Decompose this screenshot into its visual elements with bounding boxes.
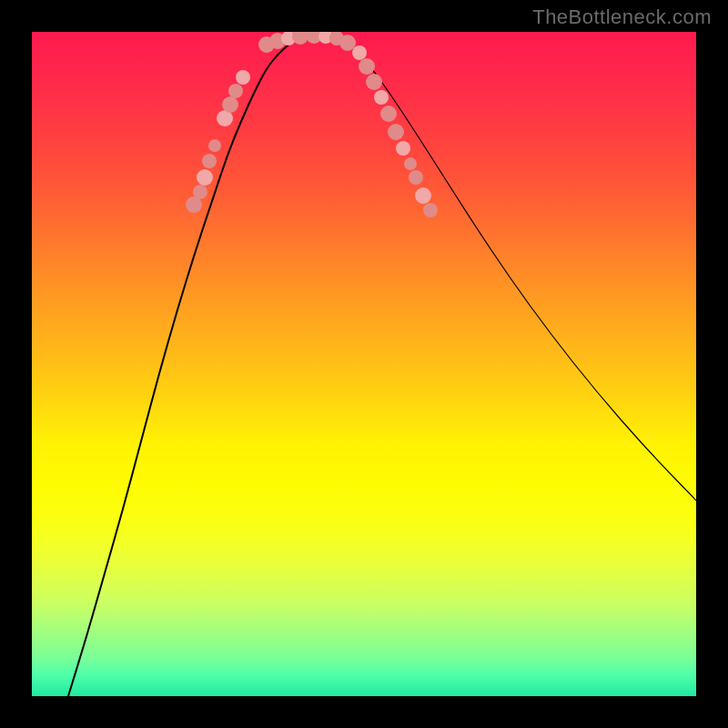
scatter-point [409, 170, 423, 185]
scatter-point [388, 124, 404, 140]
scatter-point [359, 58, 375, 75]
scatter-point [339, 35, 356, 51]
scatter-points [186, 32, 438, 217]
scatter-point [208, 139, 221, 152]
scatter-point [380, 106, 397, 122]
chart-svg [32, 32, 696, 696]
scatter-point [197, 169, 213, 186]
scatter-point [193, 185, 207, 199]
chart-plot-area [32, 32, 696, 696]
scatter-point [423, 203, 438, 217]
scatter-point [374, 90, 389, 105]
scatter-point [396, 141, 410, 156]
scatter-point [222, 96, 238, 113]
scatter-point [415, 187, 431, 204]
right-curve-line [321, 34, 696, 500]
scatter-point [366, 74, 382, 90]
scatter-point [352, 46, 367, 60]
scatter-point [228, 84, 243, 98]
scatter-point [404, 157, 417, 170]
left-curve-line [68, 34, 312, 696]
watermark-text: TheBottleneck.com [532, 5, 712, 29]
scatter-point [236, 70, 250, 85]
scatter-point [202, 154, 217, 168]
